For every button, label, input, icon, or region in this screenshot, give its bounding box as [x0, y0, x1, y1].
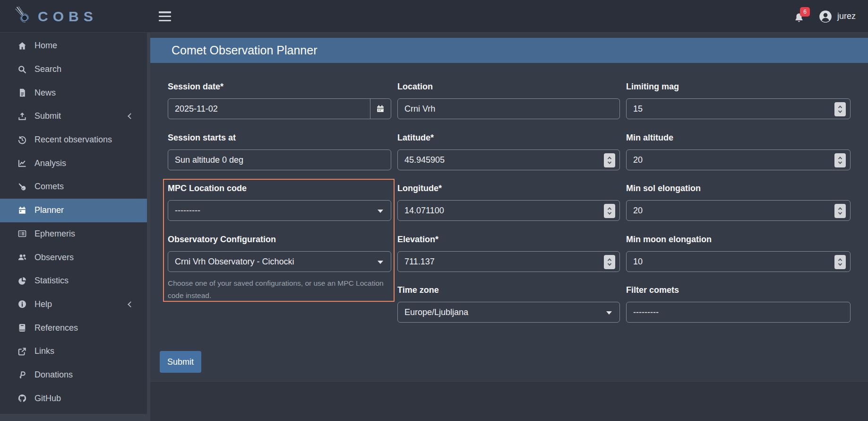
- sidebar-item-analysis[interactable]: Analysis: [0, 151, 147, 175]
- brand-name: COBS: [38, 9, 98, 25]
- observatory-config-label: Observatory Configuration: [168, 235, 391, 246]
- sidebar-item-donations[interactable]: Donations: [0, 363, 147, 387]
- longitude-spinner[interactable]: [604, 204, 615, 218]
- list-icon: [17, 229, 28, 239]
- mpc-code-field: MPC Location code ---------: [168, 184, 391, 221]
- min-sol-elongation-input[interactable]: [627, 201, 850, 220]
- users-icon: [17, 253, 28, 263]
- info-icon: [17, 299, 28, 309]
- caret-down-icon: [378, 261, 383, 264]
- main-content: Comet Observation Planner Session date* …: [150, 33, 868, 421]
- page-title: Comet Observation Planner: [172, 44, 317, 57]
- min-altitude-input[interactable]: [627, 150, 850, 170]
- sidebar-item-github[interactable]: GitHub: [0, 386, 147, 410]
- min-sol-elongation-spinner[interactable]: [834, 204, 846, 218]
- observatory-config-help-text: Choose one of your saved configurations,…: [168, 277, 391, 302]
- search-icon: [17, 64, 28, 74]
- min-moon-elongation-input[interactable]: [627, 252, 850, 272]
- topbar: COBS 6 jurez: [0, 0, 868, 33]
- mpc-code-select[interactable]: ---------: [168, 200, 391, 221]
- timezone-select[interactable]: Europe/Ljubljana: [397, 302, 620, 323]
- sidebar-scrollbar[interactable]: [147, 33, 150, 421]
- paypal-icon: [17, 370, 28, 380]
- longitude-input[interactable]: [398, 201, 619, 220]
- latitude-spinner[interactable]: [604, 153, 615, 167]
- sidebar-item-recent-observations[interactable]: Recent observations: [0, 128, 147, 152]
- menu-toggle-button[interactable]: [159, 11, 171, 21]
- session-starts-input[interactable]: [168, 150, 391, 170]
- username: jurez: [837, 11, 856, 21]
- latitude-input[interactable]: [398, 150, 619, 170]
- filter-comets-field: Filter comets: [626, 285, 851, 323]
- min-moon-elongation-spinner[interactable]: [834, 255, 846, 269]
- calendar-icon: [17, 205, 28, 215]
- brand-logo[interactable]: COBS: [13, 4, 98, 29]
- elevation-spinner[interactable]: [604, 255, 615, 269]
- limiting-mag-label: Limiting mag: [626, 82, 851, 93]
- min-altitude-label: Min altitude: [626, 133, 851, 144]
- min-altitude-field: Min altitude: [626, 133, 851, 170]
- notifications-button[interactable]: 6: [793, 9, 807, 24]
- observatory-config-select[interactable]: Crni Vrh Observatory - Cichocki: [168, 251, 391, 272]
- sidebar-item-home[interactable]: Home: [0, 34, 147, 58]
- session-starts-label: Session starts at: [168, 133, 391, 144]
- min-sol-elongation-label: Min sol elongation: [626, 184, 851, 195]
- user-avatar-icon: [819, 10, 832, 23]
- location-input[interactable]: [398, 99, 619, 119]
- chevron-left-icon: [128, 301, 134, 307]
- chart-line-icon: [17, 158, 28, 168]
- sidebar-item-statistics[interactable]: Statistics: [0, 269, 147, 293]
- submit-button[interactable]: Submit: [160, 351, 201, 373]
- elevation-field: Elevation*: [397, 235, 620, 272]
- sidebar-item-planner[interactable]: Planner: [0, 199, 147, 222]
- sidebar-item-submit[interactable]: Submit: [0, 105, 147, 128]
- pie-chart-icon: [17, 276, 28, 286]
- history-icon: [17, 135, 28, 145]
- sidebar-item-comets[interactable]: Comets: [0, 175, 147, 199]
- timezone-label: Time zone: [397, 285, 620, 297]
- session-date-field: Session date*: [168, 82, 391, 119]
- location-label: Location: [397, 82, 620, 93]
- calendar-picker-button[interactable]: [370, 99, 391, 119]
- session-date-group: [168, 98, 391, 119]
- caret-down-icon: [606, 311, 612, 315]
- sidebar-item-help[interactable]: Help: [0, 293, 147, 316]
- topbar-actions: 6 jurez: [793, 0, 856, 33]
- sidebar-item-references[interactable]: References: [0, 316, 147, 340]
- sidebar-item-news[interactable]: News: [0, 81, 147, 105]
- elevation-input[interactable]: [398, 252, 619, 272]
- session-date-input[interactable]: [168, 99, 370, 119]
- min-altitude-spinner[interactable]: [834, 153, 846, 167]
- latitude-field: Latitude*: [397, 133, 620, 170]
- comet-icon: [17, 182, 28, 192]
- user-menu[interactable]: jurez: [819, 10, 856, 23]
- sidebar-item-ephemeris[interactable]: Ephemeris: [0, 222, 147, 246]
- min-moon-elongation-field: Min moon elongation: [626, 235, 851, 272]
- home-icon: [17, 41, 28, 51]
- limiting-mag-field: Limiting mag: [626, 82, 851, 119]
- filter-comets-input[interactable]: [627, 302, 850, 322]
- filter-comets-label: Filter comets: [626, 285, 851, 297]
- sidebar: Home Search News Submit Recent observati…: [0, 33, 150, 421]
- notification-badge: 6: [800, 7, 810, 17]
- sidebar-item-observers[interactable]: Observers: [0, 246, 147, 269]
- elevation-label: Elevation*: [397, 235, 620, 246]
- limiting-mag-spinner[interactable]: [834, 102, 846, 116]
- sidebar-item-links[interactable]: Links: [0, 340, 147, 363]
- location-field: Location: [397, 82, 620, 119]
- latitude-label: Latitude*: [397, 133, 620, 144]
- sidebar-scrollbar-horizontal[interactable]: [0, 414, 147, 421]
- news-icon: [17, 88, 28, 98]
- page-title-banner: Comet Observation Planner: [150, 38, 868, 63]
- calendar-icon: [376, 104, 385, 114]
- github-icon: [17, 394, 28, 403]
- min-sol-elongation-field: Min sol elongation: [626, 184, 851, 221]
- sidebar-item-search[interactable]: Search: [0, 58, 147, 81]
- upload-icon: [17, 111, 28, 121]
- mpc-code-label: MPC Location code: [168, 184, 391, 195]
- longitude-field: Longitude*: [397, 184, 620, 221]
- external-link-icon: [17, 346, 28, 356]
- limiting-mag-input[interactable]: [627, 99, 850, 119]
- comet-logo-icon: [13, 5, 35, 28]
- book-icon: [17, 323, 28, 333]
